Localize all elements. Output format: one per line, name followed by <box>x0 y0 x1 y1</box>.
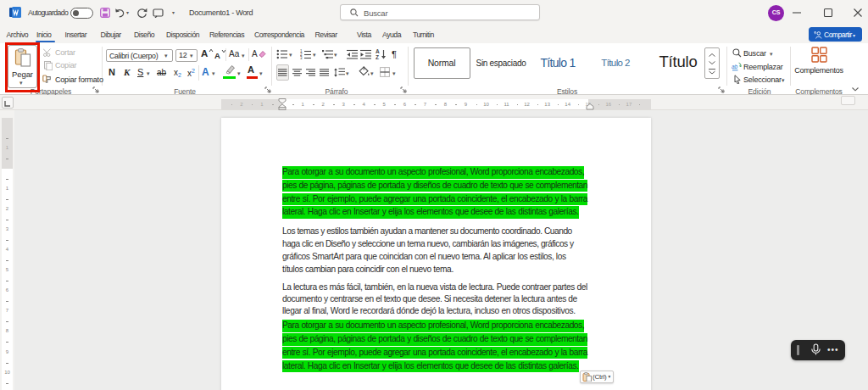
svg-text:Z: Z <box>376 54 379 59</box>
svg-text:A: A <box>376 48 380 54</box>
svg-text:3: 3 <box>300 56 303 59</box>
svg-text:ab: ab <box>732 64 738 70</box>
